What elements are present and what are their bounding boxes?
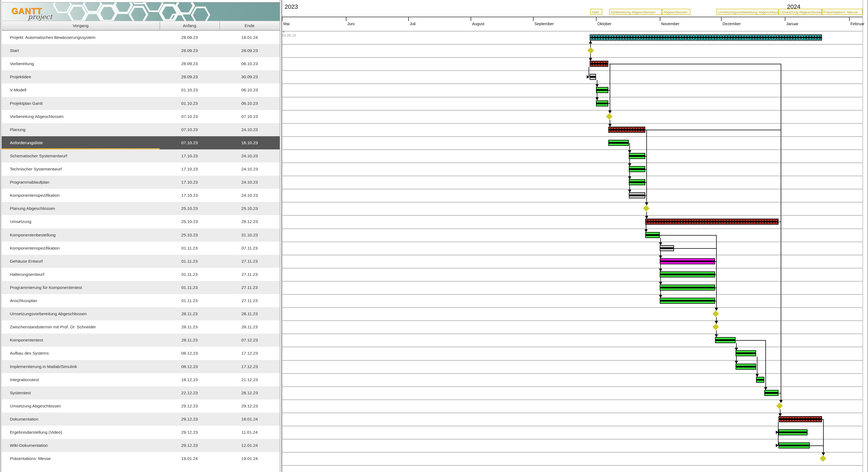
milestone-diamond[interactable] bbox=[776, 403, 783, 409]
dependency-line bbox=[609, 64, 781, 64]
task-name-cell: Ergebnisdarstellung (Video) bbox=[10, 426, 62, 439]
table-row[interactable]: Technischer Systementwurf17.10.2324.10.2… bbox=[2, 162, 280, 176]
summary-task-bar[interactable] bbox=[590, 61, 608, 67]
task-name-cell: Komponententest bbox=[10, 334, 43, 347]
table-row[interactable]: Komponententest28.11.2307.12.23 bbox=[2, 334, 280, 347]
milestone-diamond[interactable] bbox=[606, 113, 612, 120]
chart-row-gridline bbox=[282, 373, 863, 374]
task-bar[interactable] bbox=[629, 166, 645, 172]
table-row[interactable]: Vorbereitung Abgeschlossen07.10.2307.10.… bbox=[2, 110, 280, 123]
table-row[interactable]: Vorbereitung28.09.2306.10.23 bbox=[2, 57, 280, 70]
chart-row-gridline bbox=[282, 162, 863, 163]
timeline-month-tick bbox=[408, 17, 409, 21]
table-row[interactable]: Anschlussplan01.11.2327.11.23 bbox=[2, 294, 280, 307]
task-bar[interactable] bbox=[596, 87, 608, 93]
timeline-month-tick bbox=[721, 17, 722, 21]
task-bar[interactable] bbox=[764, 390, 778, 396]
summary-task-bar[interactable] bbox=[590, 34, 822, 40]
milestone-diamond[interactable] bbox=[819, 455, 826, 462]
table-row[interactable]: Aufbau des Systems08.12.2317.12.23 bbox=[2, 347, 280, 360]
milestone-top-label: Start bbox=[590, 9, 602, 15]
chart-row-gridline bbox=[282, 413, 863, 413]
task-bar[interactable] bbox=[778, 429, 808, 435]
table-row[interactable]: Implementierung in Matlab/Simulink08.12.… bbox=[2, 360, 280, 373]
column-header-anfang[interactable]: Anfang bbox=[159, 21, 219, 30]
task-name-cell: Umsetzungsvorbereitung Abgeschlossen bbox=[10, 307, 87, 320]
chart-row-gridline bbox=[282, 360, 863, 360]
table-row[interactable]: Komponentenbestellung25.10.2331.10.23 bbox=[2, 228, 280, 242]
milestone-diamond[interactable] bbox=[587, 47, 594, 54]
table-row[interactable]: Projektidee28.09.2330.09.23 bbox=[2, 70, 280, 84]
task-bar[interactable] bbox=[756, 377, 764, 383]
table-row[interactable]: Gehäuse Entwurf01.11.2327.11.23 bbox=[2, 255, 280, 268]
task-bar[interactable] bbox=[629, 153, 645, 159]
table-row[interactable]: Umsetzungsvorbereitung Abgeschlossen28.1… bbox=[2, 307, 280, 320]
chart-scrollbar-track[interactable] bbox=[863, 0, 863, 472]
task-start-cell: 29.12.23 bbox=[159, 413, 219, 426]
table-row[interactable]: Halterungsentwurf01.11.2327.11.23 bbox=[2, 268, 280, 281]
table-row[interactable]: Projekt: Automatisches Bewässerungssyste… bbox=[2, 31, 280, 44]
task-bar[interactable] bbox=[660, 298, 715, 304]
table-row[interactable]: Programmablaufplan17.10.2324.10.23 bbox=[2, 176, 280, 189]
table-row[interactable]: Wiki-Dokumentation29.12.2312.01.24 bbox=[2, 439, 280, 452]
task-bar[interactable] bbox=[596, 100, 608, 106]
table-row[interactable]: Dokumentation29.12.2318.01.24 bbox=[2, 413, 280, 426]
timeline-month-tick bbox=[849, 17, 850, 21]
task-name-cell: Komponentenspezifikation bbox=[10, 189, 60, 202]
panel-splitter[interactable] bbox=[280, 0, 282, 472]
summary-task-bar[interactable] bbox=[778, 416, 822, 422]
task-end-cell: 30.09.23 bbox=[219, 70, 280, 84]
task-bar[interactable] bbox=[660, 258, 715, 264]
task-bar[interactable] bbox=[736, 364, 756, 370]
table-row[interactable]: Präsentations: Messe19.01.2419.01.24 bbox=[2, 452, 280, 465]
column-separator bbox=[159, 22, 160, 30]
task-bar[interactable] bbox=[629, 192, 645, 198]
task-bar[interactable] bbox=[778, 442, 810, 448]
table-row[interactable]: Ergebnisdarstellung (Video)29.12.2311.01… bbox=[2, 426, 280, 439]
table-row[interactable]: Start28.09.2328.09.23 bbox=[2, 44, 280, 57]
task-bar[interactable] bbox=[590, 74, 596, 80]
column-header-vorgang[interactable]: Vorgang bbox=[2, 21, 159, 30]
milestone-diamond[interactable] bbox=[643, 205, 649, 212]
table-row[interactable]: Komponentenspezifikation17.10.2324.10.23 bbox=[2, 189, 280, 202]
table-row[interactable]: Planung07.10.2324.10.23 bbox=[2, 123, 280, 136]
task-start-cell: 07.10.23 bbox=[159, 123, 219, 136]
chart-row-gridline bbox=[282, 149, 863, 150]
table-row[interactable]: Programmierung für Komponententest01.11.… bbox=[2, 281, 280, 294]
task-start-cell: 01.11.23 bbox=[159, 294, 219, 307]
column-header-ende[interactable]: Ende bbox=[219, 21, 280, 30]
milestone-top-label: Präsentations: Messe bbox=[822, 9, 863, 15]
task-bar[interactable] bbox=[629, 179, 645, 185]
table-row[interactable]: V-Modell01.10.2306.10.23 bbox=[2, 84, 280, 97]
timeline-month-label: Juli bbox=[410, 22, 416, 26]
table-row[interactable]: Zwischenstandstermin mit Prof. Dr. Schne… bbox=[2, 320, 280, 334]
table-row[interactable]: Komponentenspezifikation01.11.2307.11.23 bbox=[2, 242, 280, 255]
task-bar[interactable] bbox=[660, 245, 674, 251]
milestone-diamond[interactable] bbox=[712, 310, 719, 317]
table-row[interactable]: Anforderungsliste07.10.2316.10.23 bbox=[2, 136, 280, 149]
table-row[interactable]: Umsetzung Abgeschlossen29.12.2329.12.23 bbox=[2, 400, 280, 413]
table-row[interactable]: Schematischer Systementwurf17.10.2324.10… bbox=[2, 149, 280, 162]
task-bar[interactable] bbox=[736, 350, 756, 356]
task-bar[interactable] bbox=[608, 140, 629, 146]
milestone-diamond[interactable] bbox=[712, 323, 719, 330]
task-bar[interactable] bbox=[660, 272, 715, 278]
dependency-line bbox=[660, 235, 716, 235]
table-row[interactable]: Projektplan Gantt01.10.2306.10.23 bbox=[2, 97, 280, 110]
task-start-cell: 01.11.23 bbox=[159, 255, 219, 268]
summary-task-bar[interactable] bbox=[645, 219, 778, 225]
task-bar[interactable] bbox=[645, 232, 660, 238]
task-name-cell: Anschlussplan bbox=[10, 294, 37, 307]
table-row[interactable]: Umsetzung25.10.2328.12.23 bbox=[2, 215, 280, 228]
summary-task-bar[interactable] bbox=[608, 127, 645, 133]
task-end-cell: 27.11.23 bbox=[219, 281, 280, 294]
dependency-arrow-icon bbox=[822, 452, 825, 455]
table-row[interactable]: Integrationstest18.12.2321.12.23 bbox=[2, 373, 280, 386]
task-end-cell: 28.12.23 bbox=[219, 386, 280, 400]
table-row[interactable]: Systemtest22.12.2328.12.23 bbox=[2, 386, 280, 400]
table-row[interactable]: Planung Abgeschlossen25.10.2325.10.23 bbox=[2, 202, 280, 215]
task-bar[interactable] bbox=[660, 285, 715, 291]
task-bar-progress-line bbox=[629, 181, 645, 183]
task-end-cell: 17.12.23 bbox=[219, 360, 280, 373]
task-bar[interactable] bbox=[715, 337, 736, 343]
